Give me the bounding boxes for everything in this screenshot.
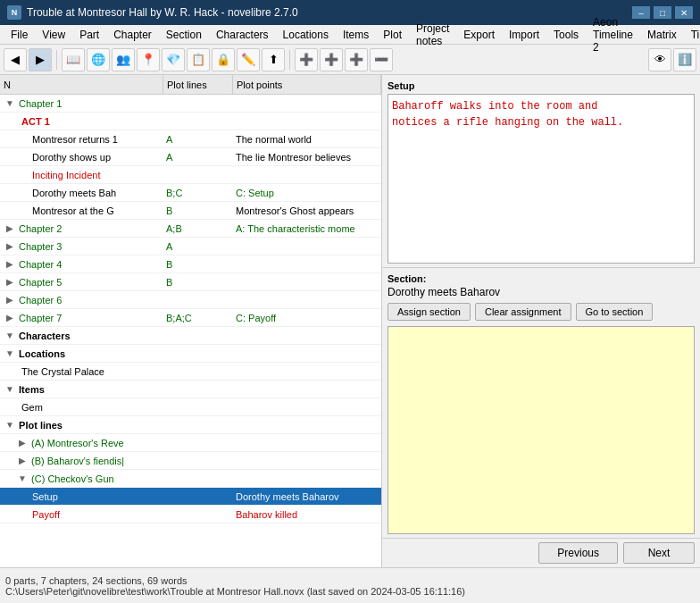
tree-header: N Plot lines Plot points (0, 75, 381, 95)
tree-row-inc[interactable]: Inciting Incident (0, 166, 381, 184)
col-header-title: N (0, 75, 163, 94)
separator-2 (289, 50, 290, 70)
tree-row-ch3[interactable]: ▶ Chapter 3 A (0, 238, 381, 255)
toggle-items[interactable]: ▼ (4, 383, 16, 396)
right-panel: Setup Baharoff walks into the room and n… (382, 75, 700, 567)
menu-project-notes[interactable]: Project notes (409, 25, 456, 45)
menu-file[interactable]: File (4, 25, 35, 45)
cell-ch2-plotpoints: A: The characteristic mome (233, 223, 381, 234)
menu-aeon[interactable]: Aeon Timeline 2 (586, 25, 640, 45)
cell-inc-title: Inciting Incident (0, 170, 163, 180)
tree-row-plotA[interactable]: ▶ (A) Montresor's Reve (0, 434, 381, 452)
tree-row-ch7[interactable]: ▶ Chapter 7 B;A;C C: Payoff (0, 309, 381, 327)
left-panel: N Plot lines Plot points ▼ Chapter 1 ACT… (0, 75, 382, 567)
notes-textarea[interactable]: Baharoff walks into the room and notices… (388, 94, 695, 264)
tree-row-items[interactable]: ▼ Items (0, 381, 381, 398)
tree-row-ch5[interactable]: ▶ Chapter 5 B (0, 273, 381, 291)
toggle-ch1[interactable]: ▼ (4, 97, 16, 110)
toggle-ch3[interactable]: ▶ (4, 240, 16, 253)
col-header-plotpoints: Plot points (233, 75, 381, 94)
cell-ch3-title: ▶ Chapter 3 (0, 240, 163, 253)
menu-export[interactable]: Export (456, 25, 502, 45)
toggle-locs[interactable]: ▼ (4, 348, 16, 360)
menu-chapter[interactable]: Chapter (106, 25, 159, 45)
menu-timeline[interactable]: Timeline (684, 25, 700, 45)
toggle-ch5[interactable]: ▶ (4, 276, 16, 289)
toolbar-add3[interactable]: ➕ (345, 48, 368, 71)
toolbar-book[interactable]: 📖 (62, 48, 85, 71)
cell-ch7-plotlines: B;A;C (163, 313, 233, 323)
menu-locations[interactable]: Locations (276, 25, 336, 45)
toolbar-lock[interactable]: 🔒 (212, 48, 235, 71)
tree-row-gem[interactable]: Gem (0, 398, 381, 416)
cell-s1-plotlines: A (163, 134, 233, 145)
cell-s2-plotpoints: The lie Montresor believes (233, 152, 381, 163)
cell-s1-title: Montresor returns 1 (0, 134, 163, 145)
toggle-plotlines[interactable]: ▼ (4, 419, 16, 431)
cell-plotlines-title: ▼ Plot lines (0, 419, 163, 431)
cell-setup-plotpoints: Dorothy meets Baharov (233, 491, 381, 502)
toggle-plotC[interactable]: ▼ (16, 473, 29, 485)
menu-items[interactable]: Items (336, 25, 376, 45)
section-info: Section: Dorothy meets Baharov Assign se… (382, 267, 700, 324)
toolbar-add1[interactable]: ➕ (295, 48, 318, 71)
menu-import[interactable]: Import (502, 25, 546, 45)
toolbar-notes[interactable]: 📋 (187, 48, 210, 71)
toggle-plotA[interactable]: ▶ (16, 437, 29, 449)
maximize-button[interactable]: □ (654, 6, 671, 19)
toolbar-back[interactable]: ◀ (4, 48, 27, 71)
cell-payoff-plotpoints: Baharov killed (233, 509, 381, 520)
clear-assignment-button[interactable]: Clear assignment (475, 303, 571, 321)
toolbar-up[interactable]: ⬆ (262, 48, 285, 71)
tree-row-plotC[interactable]: ▼ (C) Checkov's Gun (0, 470, 381, 488)
tree-row-payoff[interactable]: Payoff Baharov killed (0, 506, 381, 523)
tree-row-ch6[interactable]: ▶ Chapter 6 (0, 291, 381, 309)
tree-row-s2[interactable]: Dorothy shows up A The lie Montresor bel… (0, 148, 381, 166)
toolbar-forward[interactable]: ▶ (29, 48, 52, 71)
menu-matrix[interactable]: Matrix (640, 25, 684, 45)
assign-section-button[interactable]: Assign section (388, 303, 471, 321)
main-area: N Plot lines Plot points ▼ Chapter 1 ACT… (0, 75, 700, 567)
next-button[interactable]: Next (623, 542, 695, 564)
tree-row-chars[interactable]: ▼ Characters (0, 327, 381, 345)
toggle-ch6[interactable]: ▶ (4, 294, 16, 306)
toolbar-edit[interactable]: ✏️ (237, 48, 260, 71)
menu-plot[interactable]: Plot (376, 25, 409, 45)
tree-row-locs[interactable]: ▼ Locations (0, 345, 381, 363)
tree-row-ch1[interactable]: ▼ Chapter 1 (0, 95, 381, 113)
toolbar-info[interactable]: ℹ️ (673, 48, 696, 71)
toggle-ch2[interactable]: ▶ (4, 222, 16, 235)
tree-row-s4[interactable]: Montresor at the G B Montresor's Ghost a… (0, 202, 381, 220)
cell-plotB-title: ▶ (B) Baharov's fiendis| (0, 455, 163, 467)
tree-row-plotlines[interactable]: ▼ Plot lines (0, 416, 381, 434)
tree-row-plotB[interactable]: ▶ (B) Baharov's fiendis| (0, 452, 381, 470)
toolbar-characters[interactable]: 👥 (112, 48, 135, 71)
menu-part[interactable]: Part (72, 25, 106, 45)
tree-row-s1[interactable]: Montresor returns 1 A The normal world (0, 130, 381, 148)
tree-row-setup[interactable]: Setup Dorothy meets Baharov (0, 488, 381, 506)
toolbar-globe[interactable]: 🌐 (87, 48, 110, 71)
tree-row-crystal[interactable]: The Crystal Palace (0, 363, 381, 381)
toolbar-items[interactable]: 💎 (162, 48, 185, 71)
close-button[interactable]: ✕ (675, 6, 693, 19)
goto-section-button[interactable]: Go to section (576, 303, 654, 321)
menu-section[interactable]: Section (159, 25, 209, 45)
tree-row-act1[interactable]: ACT 1 (0, 113, 381, 130)
toggle-plotB[interactable]: ▶ (16, 455, 29, 467)
menu-tools[interactable]: Tools (546, 25, 586, 45)
cell-items-title: ▼ Items (0, 383, 163, 396)
toolbar-remove[interactable]: ➖ (370, 48, 393, 71)
tree-row-ch4[interactable]: ▶ Chapter 4 B (0, 255, 381, 273)
toggle-ch4[interactable]: ▶ (4, 258, 16, 271)
toolbar-add2[interactable]: ➕ (320, 48, 343, 71)
minimize-button[interactable]: – (632, 6, 650, 19)
toggle-ch7[interactable]: ▶ (4, 312, 16, 324)
menu-view[interactable]: View (35, 25, 72, 45)
previous-button[interactable]: Previous (538, 542, 618, 564)
tree-row-s3[interactable]: Dorothy meets Bah B;C C: Setup (0, 184, 381, 202)
tree-row-ch2[interactable]: ▶ Chapter 2 A;B A: The characteristic mo… (0, 220, 381, 238)
menu-characters[interactable]: Characters (209, 25, 276, 45)
toolbar-eye[interactable]: 👁 (648, 48, 671, 71)
toggle-chars[interactable]: ▼ (4, 330, 16, 342)
toolbar-locations[interactable]: 📍 (137, 48, 160, 71)
